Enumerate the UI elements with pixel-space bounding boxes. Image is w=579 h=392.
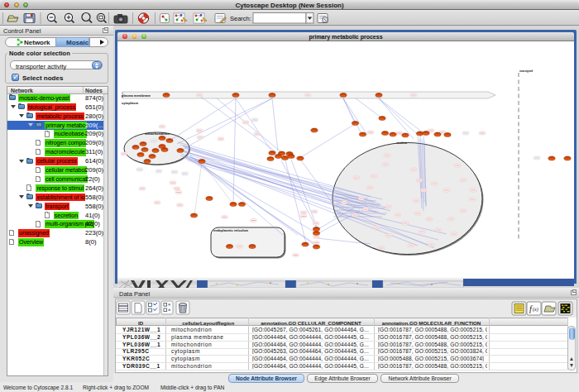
svg-text:Search:: Search: [230, 15, 251, 22]
svg-text:unassigned: unassigned [519, 69, 533, 73]
svg-text:nucleus: nucleus [397, 141, 409, 145]
svg-text:mitochondrion: mitochondrion [145, 131, 170, 136]
svg-text:(x): (x) [533, 307, 538, 313]
svg-text:plasma membrane: plasma membrane [122, 93, 151, 98]
svg-text:endoplasmic reticulum: endoplasmic reticulum [213, 228, 248, 232]
svg-text:cytoplasm: cytoplasm [122, 101, 138, 105]
